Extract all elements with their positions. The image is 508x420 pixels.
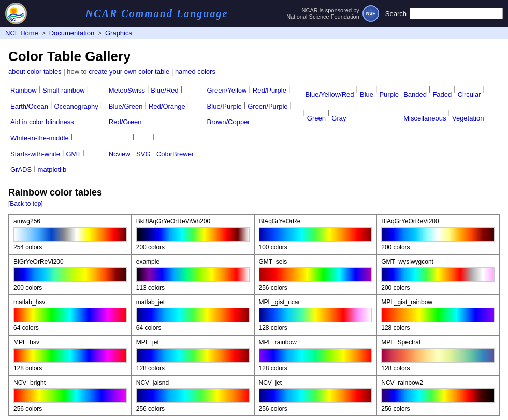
gallery-item-name[interactable]: NCV_jet bbox=[259, 379, 372, 386]
gallery-item-name[interactable]: BkBlAqGrYeOrReViWh200 bbox=[136, 218, 250, 225]
about-color-tables-link[interactable]: about color tables bbox=[8, 68, 62, 76]
cat-red-green[interactable]: Red/Green bbox=[109, 116, 142, 129]
gallery-item-name[interactable]: BlAqGrYeOrReVi200 bbox=[381, 218, 495, 225]
gallery-item-name[interactable]: BlGrYeOrReVi200 bbox=[13, 258, 127, 265]
breadcrumb-documentation[interactable]: Documentation bbox=[49, 29, 94, 37]
nsf-logo: NSF bbox=[362, 5, 379, 22]
cat-blue-red[interactable]: Blue/Red bbox=[151, 84, 178, 97]
gallery-item-name[interactable]: MPL_jet bbox=[136, 339, 250, 346]
gallery-item-name[interactable]: MPL_rainbow bbox=[259, 339, 372, 346]
gallery-item-count: 200 colors bbox=[381, 284, 495, 291]
cat-matplotlib[interactable]: matplotlib bbox=[38, 163, 67, 176]
cat-svg[interactable]: SVG bbox=[136, 148, 150, 161]
gallery-item-count: 128 colors bbox=[136, 365, 250, 372]
gallery-item-name[interactable]: MPL_Spectral bbox=[381, 339, 495, 346]
cat-brown-copper[interactable]: Brown/Copper bbox=[207, 116, 250, 129]
gallery-item: BlAqGrYeOrRe100 colors bbox=[254, 214, 377, 254]
cat-meteoswiss[interactable]: MeteoSwiss bbox=[109, 84, 145, 97]
page-title: Color Table Gallery bbox=[8, 49, 500, 65]
gallery-item-count: 200 colors bbox=[381, 244, 495, 251]
gallery-item-name[interactable]: matlab_hsv bbox=[13, 298, 127, 306]
cat-green[interactable]: Green bbox=[307, 112, 326, 125]
gallery-item-count: 113 colors bbox=[136, 284, 250, 291]
cat-blue-yellow-red[interactable]: Blue/Yellow/Red bbox=[305, 88, 354, 101]
gallery-item: MPL_Spectral128 colors bbox=[376, 335, 499, 376]
cat-blue[interactable]: Blue bbox=[360, 88, 373, 101]
cat-earth-ocean[interactable]: Earth/Ocean bbox=[10, 100, 48, 113]
gallery-item-count: 256 colors bbox=[13, 405, 127, 412]
gallery-grid: amwg256254 colorsBkBlAqGrYeOrReViWh20020… bbox=[8, 214, 500, 416]
gallery-item-name[interactable]: matlab_jet bbox=[136, 298, 250, 306]
gallery-item-name[interactable]: example bbox=[136, 258, 250, 265]
gallery-item-name[interactable]: MPL_gist_rainbow bbox=[381, 298, 495, 306]
color-bar bbox=[136, 348, 250, 363]
gallery-item-count: 100 colors bbox=[259, 244, 372, 251]
cat-white-middle[interactable]: White-in-the-middle bbox=[10, 132, 69, 145]
search-label: Search bbox=[385, 10, 407, 18]
cat-oceanography[interactable]: Oceanography bbox=[54, 100, 98, 113]
svg-point-2 bbox=[11, 9, 16, 13]
cat-gray[interactable]: Gray bbox=[331, 112, 346, 125]
back-to-top-link[interactable]: [Back to top] bbox=[8, 200, 43, 207]
gallery-item: matlab_hsv64 colors bbox=[9, 295, 132, 335]
search-input[interactable] bbox=[410, 8, 503, 19]
page-links: about color tables | how to create your … bbox=[8, 68, 500, 76]
cat-miscellaneous[interactable]: Miscellaneous bbox=[403, 112, 446, 125]
cat-aid-color-blindness[interactable]: Aid in color blindness bbox=[10, 116, 74, 129]
gallery-item-count: 64 colors bbox=[13, 324, 127, 332]
breadcrumb-graphics[interactable]: Graphics bbox=[105, 29, 132, 37]
named-colors-link[interactable]: named colors bbox=[175, 68, 215, 76]
gallery-item-count: 256 colors bbox=[259, 284, 372, 291]
cat-purple[interactable]: Purple bbox=[379, 88, 399, 101]
cat-ncview[interactable]: Ncview bbox=[109, 148, 130, 161]
color-bar bbox=[13, 308, 127, 322]
main-content: Color Table Gallery about color tables |… bbox=[0, 39, 508, 420]
cat-small-rainbow[interactable]: Small rainbow bbox=[42, 84, 85, 97]
gallery-item: BkBlAqGrYeOrReViWh200200 colors bbox=[132, 214, 254, 254]
gallery-item-count: 128 colors bbox=[259, 324, 372, 332]
gallery-item: NCV_rainbow2256 colors bbox=[376, 376, 499, 416]
gallery-item: MPL_hsv128 colors bbox=[9, 335, 132, 376]
logo-icon: NCL bbox=[5, 3, 27, 24]
cat-circular[interactable]: Circular bbox=[458, 88, 481, 101]
cat-gmt[interactable]: GMT bbox=[66, 148, 81, 161]
cat-faded[interactable]: Faded bbox=[432, 88, 452, 101]
gallery-item: MPL_gist_ncar128 colors bbox=[254, 295, 377, 335]
gallery-item-name[interactable]: GMT_seis bbox=[259, 258, 372, 265]
cat-vegetation[interactable]: Vegetation bbox=[452, 112, 484, 125]
svg-text:NCL: NCL bbox=[9, 18, 18, 22]
cat-rainbow[interactable]: Rainbow bbox=[10, 84, 37, 97]
sponsor-area: NCAR is sponsored by National Science Fo… bbox=[286, 5, 379, 22]
gallery-item-count: 64 colors bbox=[136, 324, 250, 332]
color-bar bbox=[136, 388, 250, 403]
cat-grads[interactable]: GrADS bbox=[10, 163, 32, 176]
gallery-item: GMT_seis256 colors bbox=[254, 254, 377, 295]
color-bar bbox=[259, 348, 372, 363]
gallery-item-name[interactable]: amwg256 bbox=[13, 218, 127, 225]
gallery-item-name[interactable]: MPL_hsv bbox=[13, 339, 127, 346]
cat-green-yellow[interactable]: Green/Yellow bbox=[207, 84, 247, 97]
breadcrumb-home[interactable]: NCL Home bbox=[5, 29, 38, 37]
gallery-item-name[interactable]: NCV_jaisnd bbox=[136, 379, 250, 386]
cat-colorbrewer[interactable]: ColorBrewer bbox=[156, 148, 194, 161]
gallery-item-name[interactable]: NCV_bright bbox=[13, 379, 127, 386]
cat-starts-white[interactable]: Starts-with-white bbox=[10, 148, 60, 161]
gallery-item-name[interactable]: MPL_gist_ncar bbox=[259, 298, 372, 306]
gallery-item-name[interactable]: NCV_rainbow2 bbox=[381, 379, 495, 386]
cat-blue-green[interactable]: Blue/Green bbox=[109, 100, 143, 113]
breadcrumb: NCL Home > Documentation > Graphics bbox=[0, 27, 508, 39]
gallery-item: amwg256254 colors bbox=[9, 214, 132, 254]
cat-red-orange[interactable]: Red/Orange bbox=[149, 100, 185, 113]
cat-green-purple[interactable]: Green/Purple bbox=[248, 100, 287, 113]
gallery-item-name[interactable]: BlAqGrYeOrRe bbox=[259, 218, 372, 225]
cat-red-purple[interactable]: Red/Purple bbox=[253, 84, 286, 97]
gallery-item-name[interactable]: GMT_wysiwygcont bbox=[381, 258, 495, 265]
create-color-table-link[interactable]: create your own color table bbox=[89, 68, 169, 76]
color-bar bbox=[136, 267, 250, 282]
gallery-item: example113 colors bbox=[132, 254, 254, 295]
gallery-item: matlab_jet64 colors bbox=[132, 295, 254, 335]
cat-banded[interactable]: Banded bbox=[403, 88, 427, 101]
cat-blue-purple[interactable]: Blue/Purple bbox=[207, 100, 242, 113]
color-bar bbox=[259, 388, 372, 403]
color-bar bbox=[13, 348, 127, 363]
